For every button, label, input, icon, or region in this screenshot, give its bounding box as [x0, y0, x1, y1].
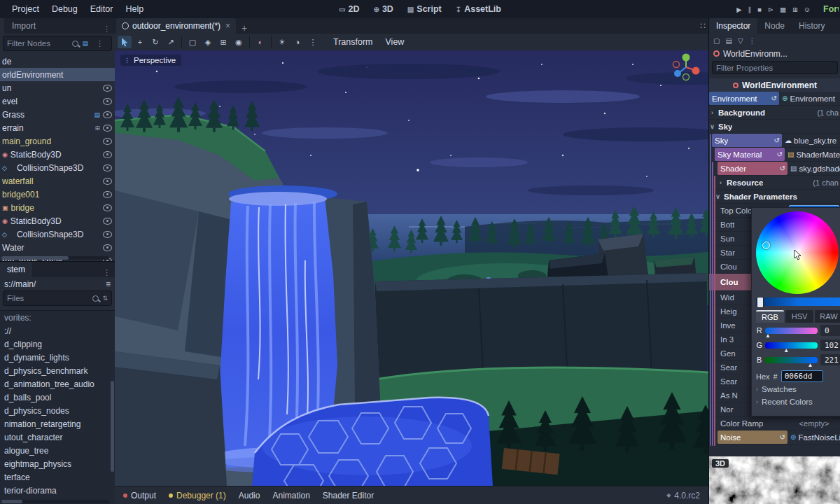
property-value[interactable]: ⊛ FastNoiseLi — [788, 433, 840, 442]
fold-arrow-icon[interactable]: ∨ — [709, 123, 715, 130]
empty-resource-value[interactable]: <empty> — [788, 419, 840, 428]
playback-icon[interactable]: ⊳ — [768, 6, 774, 13]
picker-group-fold[interactable]: › Swatches — [756, 384, 840, 395]
inspector-tab[interactable]: History — [792, 18, 832, 34]
slider-grabber[interactable]: ▲ — [765, 332, 771, 339]
toolbar-item[interactable]: ◐ — [253, 36, 267, 48]
filter-files-box[interactable]: Files ⇅ — [3, 290, 112, 306]
bottom-panel-tab[interactable]: Audio — [239, 491, 260, 500]
dock-menu-icon[interactable]: ⋮ — [99, 268, 115, 277]
fold-arrow-icon[interactable]: ∨ — [715, 193, 721, 200]
inspector-row[interactable]: › Resource (1 chan — [709, 176, 840, 190]
channel-slider[interactable]: ▲ — [765, 342, 818, 349]
scene-tree-node[interactable]: evel — [0, 94, 115, 108]
value-slider[interactable] — [756, 298, 840, 306]
viewport-menu[interactable]: View — [379, 37, 411, 47]
sort-icon[interactable]: ⇅ — [102, 295, 108, 302]
inspector-tool-icon[interactable]: ▢ — [713, 37, 720, 45]
inspector-row[interactable]: Sky ↺ ☁ blue_sky.tre — [709, 134, 840, 148]
scene-tree-node[interactable]: errain ⊞ — [0, 121, 115, 134]
file-list-hscrollbar[interactable] — [1, 500, 109, 503]
visibility-eye-icon[interactable] — [103, 164, 112, 172]
property-value[interactable]: ☁ blue_sky.tre — [782, 136, 840, 145]
property-value[interactable]: ▤ ShaderMate — [785, 150, 840, 159]
playback-icon[interactable]: ⊙ — [804, 6, 810, 13]
scrollbar-thumb[interactable] — [1, 500, 22, 503]
tool-icon[interactable]: ◐ — [253, 36, 267, 48]
file-list-item[interactable]: :// — [0, 324, 115, 337]
visibility-eye-icon[interactable] — [103, 138, 112, 145]
tool-icon[interactable]: ↻ — [148, 36, 162, 48]
file-list-item[interactable]: terior-diorama — [0, 484, 115, 497]
scene-tree-node[interactable]: ◉ StaticBody3D — [0, 214, 115, 227]
visibility-eye-icon[interactable] — [103, 98, 112, 105]
visibility-eye-icon[interactable] — [103, 125, 112, 132]
channel-slider[interactable]: ▲ — [765, 328, 818, 334]
visibility-eye-icon[interactable] — [103, 191, 112, 198]
attached-script-icon[interactable]: ▤ — [94, 111, 100, 118]
visibility-eye-icon[interactable] — [103, 178, 112, 185]
visibility-eye-icon[interactable] — [103, 218, 112, 225]
menu-item[interactable]: Debug — [46, 4, 84, 14]
toolbar-item[interactable]: ⊞ — [216, 36, 230, 48]
playback-icon[interactable]: ■ — [757, 6, 762, 13]
scene-tab-sliver[interactable] — [0, 18, 4, 34]
file-list-item[interactable]: utout_character — [0, 430, 115, 444]
tab-import[interactable]: Import — [5, 18, 43, 34]
visibility-eye-icon[interactable] — [103, 204, 112, 211]
visibility-eye-icon[interactable] — [103, 111, 112, 118]
value-grabber[interactable] — [757, 297, 764, 308]
bottom-panel-tab[interactable]: Animation — [272, 491, 309, 500]
inspector-row[interactable]: Environment ↺ ⊕ Environment — [709, 92, 840, 106]
scene-tree-hscrollbar[interactable] — [1, 256, 109, 260]
file-list-item[interactable]: terface — [0, 470, 115, 484]
toolbar-item[interactable]: ↻ — [148, 36, 162, 48]
workspace-tab[interactable]: ⊕ 3D — [368, 3, 398, 15]
current-path[interactable]: s://main/ ≡ — [0, 277, 115, 290]
add-scene-tab-button[interactable]: + — [236, 22, 253, 34]
slider-grabber[interactable]: ▲ — [808, 362, 813, 368]
workspace-tab[interactable]: ▤ Script — [402, 3, 447, 15]
tool-icon[interactable]: ◉ — [232, 36, 246, 48]
close-tab-icon[interactable]: × — [224, 21, 230, 31]
workspace-tab[interactable]: ↧ AssetLib — [450, 3, 507, 15]
tool-icon[interactable]: ⊞ — [94, 125, 100, 132]
perspective-menu[interactable]: ⋮ Perspective — [120, 55, 181, 66]
inspector-row[interactable]: › Background (1 cha — [709, 106, 840, 120]
toolbar-item[interactable]: ▢ — [186, 36, 200, 48]
scene-tree-node[interactable]: waterfall — [0, 174, 115, 188]
scene-tree-node[interactable]: ◉ StaticBody3D — [0, 148, 115, 161]
3d-viewport[interactable]: ⋮ Perspective — [115, 50, 708, 486]
tool-icon[interactable]: + — [133, 36, 147, 48]
tool-icon[interactable]: ⋮ — [306, 36, 320, 48]
visibility-eye-icon[interactable] — [103, 244, 112, 251]
select-tool[interactable] — [118, 36, 132, 48]
inspector-row[interactable]: Color Ramp <empty> — [709, 416, 840, 430]
picker-mode-tab[interactable]: HSV — [785, 310, 813, 323]
file-list-item[interactable]: eightmap_physics — [0, 457, 115, 470]
tool-icon[interactable]: ☀ — [275, 36, 289, 48]
picker-group-fold[interactable]: › Recent Colors — [756, 396, 840, 407]
file-list-item[interactable]: d_clipping — [0, 337, 115, 351]
picker-mode-tab[interactable]: RAW — [815, 310, 840, 323]
edited-object-row[interactable]: WorldEnvironm... — [709, 48, 840, 59]
filter-nodes-box[interactable]: Filter Nodes ▤ ⋮ — [3, 36, 112, 51]
menu-item[interactable]: Editor — [84, 4, 120, 14]
scene-tree-node[interactable]: ◇ CollisionShape3D — [0, 161, 115, 174]
file-list-item[interactable]: d_balls_pool — [0, 391, 115, 404]
tool-icon[interactable]: ⊞ — [216, 36, 230, 48]
attach-script-icon[interactable]: ▤ — [82, 40, 88, 47]
bottom-panel-tab[interactable]: Output — [123, 491, 156, 500]
playback-icon[interactable]: ⊞ — [792, 6, 798, 13]
revert-icon[interactable]: ↺ — [770, 94, 777, 102]
scene-tree-node[interactable]: un — [0, 81, 115, 94]
menu-item[interactable]: Project — [6, 4, 46, 14]
preview-3d-badge[interactable]: 3D — [712, 459, 729, 468]
viewport-menu[interactable]: Transform — [327, 37, 379, 47]
filter-menu-icon[interactable]: ⋮ — [92, 39, 108, 48]
tool-icon[interactable]: ↗ — [164, 36, 178, 48]
expand-viewport-icon[interactable]: ∷ — [700, 21, 706, 31]
toolbar-item[interactable]: ◈ — [201, 36, 215, 48]
tool-icon[interactable]: ◑ — [290, 36, 304, 48]
toolbar-item[interactable]: ⋮ — [306, 36, 320, 48]
